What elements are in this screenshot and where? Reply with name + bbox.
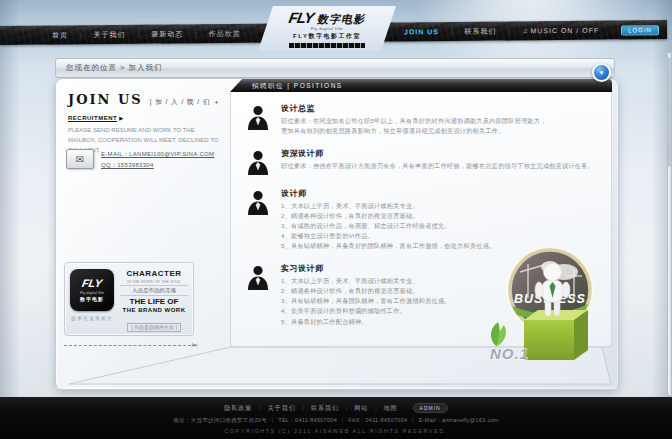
footer-tel: TEL：0411-84507004 bbox=[278, 417, 337, 423]
login-button[interactable]: LOGIN bbox=[621, 25, 659, 35]
position-line: 3、有成熟的设计作品，有画册、标志设计工作经验者优先。 bbox=[281, 221, 495, 231]
nav-right: JOIN US | 联系我们 | ♫MUSIC ON / OFF LOGIN bbox=[392, 20, 659, 41]
scrollbar-thumb[interactable] bbox=[668, 57, 671, 167]
person-icon bbox=[245, 263, 271, 326]
footer-separator: | bbox=[375, 405, 376, 411]
fly-mark: FLY bbox=[81, 278, 103, 289]
position-senior-designer: 资深设计师 职位要求：自信在平面设计方面游刃有余，具有丰富的工作经验，能够在总监… bbox=[245, 148, 601, 176]
footer-separator: | bbox=[346, 405, 347, 411]
footer-address: 地址：大连市沙河口区西安工街20号 bbox=[173, 417, 267, 423]
breadcrumb-bar: 您现在的位置 > 加入我们 bbox=[55, 58, 615, 78]
logo-subtitle: Fly digital film bbox=[311, 26, 343, 31]
footer-link-privacy[interactable]: 隐私政策 bbox=[224, 404, 252, 413]
position-line: 4、负责平面设计的资料整编的辅助性工作。 bbox=[281, 306, 451, 316]
footer-separator: | bbox=[412, 417, 414, 423]
card-line1: CHARACTER bbox=[120, 269, 188, 279]
nav-item-contact[interactable]: 联系我们 bbox=[453, 26, 509, 36]
logo-studio-line: FLY数字电影工作室 bbox=[293, 32, 361, 41]
footer-separator: | bbox=[259, 405, 260, 411]
person-icon bbox=[245, 148, 271, 176]
join-us-heading: JOIN US bbox=[68, 92, 143, 107]
position-line: 1、大本以上学历，美术、平面设计或相关专业。 bbox=[281, 201, 495, 211]
position-title: 实习设计师 bbox=[281, 263, 451, 274]
nav-item-home[interactable]: 首页 bbox=[40, 30, 80, 40]
position-line: 2、精通各种设计软件，有良好的视觉语言基础。 bbox=[281, 211, 495, 221]
positions-list: 设计总监 职位要求：在同业知名公司任职5年以上，具有良好的对外沟通协调能力及内部… bbox=[230, 92, 612, 347]
position-line: 1、大本以上学历，美术、平面设计或相关专业。 bbox=[281, 276, 451, 286]
footer-link-map[interactable]: 地图 bbox=[384, 404, 398, 413]
footer: 隐私政策 | 关于我们 | 联系我们 | 网站 | 地图 ADMIN 地址：大连… bbox=[0, 397, 672, 439]
admin-button[interactable]: ADMIN bbox=[413, 403, 448, 413]
contact-block: ✉ E-MAIL：LANMEI100@VIP.SINA.COM QQ：15539… bbox=[66, 149, 214, 171]
nav-left: 首页 | 关于我们 | 最新动态 | 作品欣赏 bbox=[40, 24, 253, 45]
fly-sub: Fly digital film bbox=[80, 290, 104, 295]
footer-link-contact[interactable]: 联系我们 bbox=[311, 404, 339, 413]
logo-fly-mark: FLY bbox=[288, 10, 315, 25]
nav-item-works[interactable]: 作品欣赏 bbox=[197, 28, 253, 38]
footer-links: 隐私政策 | 关于我们 | 联系我们 | 网站 | 地图 ADMIN bbox=[0, 403, 672, 413]
nav-item-news[interactable]: 最新动态 bbox=[139, 29, 195, 39]
scroll-down-button[interactable]: ▼ bbox=[592, 63, 611, 82]
page: 首页 | 关于我们 | 最新动态 | 作品欣赏 JOIN US | 联系我们 |… bbox=[0, 0, 672, 439]
card-caption: 故事在这里发生 bbox=[71, 315, 113, 321]
position-intern-designer: 实习设计师 1、大本以上学历，美术、平面设计或相关专业。 2、精通各种设计软件，… bbox=[245, 263, 601, 326]
footer-email[interactable]: E-Mail：aishanefly@163.com bbox=[419, 417, 499, 423]
person-icon bbox=[245, 103, 271, 136]
scrollbar[interactable] bbox=[667, 52, 672, 396]
positions-tab-label: 招聘职位 | POSITIONS bbox=[230, 79, 612, 92]
position-title: 设计师 bbox=[281, 188, 495, 199]
position-line: 4、能够独立设计整套的VI作品。 bbox=[281, 231, 495, 241]
breadcrumb: 您现在的位置 > 加入我们 bbox=[56, 59, 614, 77]
logo-decor-strip bbox=[289, 43, 365, 48]
footer-link-about[interactable]: 关于我们 bbox=[268, 404, 296, 413]
position-line: 2、精通各种设计软件，有良好的视觉语言基础。 bbox=[281, 286, 451, 296]
footer-link-site[interactable]: 网站 bbox=[354, 404, 368, 413]
email-link[interactable]: E-MAIL：LANMEI100@VIP.SINA.COM bbox=[101, 149, 214, 160]
card-line6: [ 作品是品牌的生命 ] bbox=[127, 323, 181, 331]
fly-cn: 数字电影 bbox=[80, 296, 104, 302]
card-line2: IS THE WORK OF THE SOUL bbox=[120, 279, 188, 284]
dashed-cut-line: ✂ bbox=[64, 345, 196, 346]
nav-item-music-toggle[interactable]: ♫MUSIC ON / OFF bbox=[510, 27, 611, 35]
nav-item-about[interactable]: 关于我们 bbox=[82, 29, 138, 39]
site-logo[interactable]: FLY 数字电影 Fly digital film FLY数字电影工作室 bbox=[258, 6, 396, 51]
chevron-down-icon: ▼ bbox=[599, 70, 605, 76]
position-designer: 设计师 1、大本以上学历，美术、平面设计或相关专业。 2、精通各种设计软件，有良… bbox=[245, 188, 601, 251]
position-title: 资深设计师 bbox=[281, 148, 594, 159]
character-card: FLY Fly digital film 数字电影 故事在这里发生 CHARAC… bbox=[64, 262, 194, 336]
position-line: 职位要求：自信在平面设计方面游刃有余，具有丰富的工作经验，能够在总监的指导下独立… bbox=[281, 161, 594, 171]
position-line: 职位要求：在同业知名公司任职5年以上，具有良好的对外沟通协调能力及内部团队管理能… bbox=[281, 116, 547, 126]
person-icon bbox=[245, 188, 271, 251]
position-design-director: 设计总监 职位要求：在同业知名公司任职5年以上，具有良好的对外沟通协调能力及内部… bbox=[245, 103, 601, 136]
join-us-heading-cn: | 加 / 入 / 我 / 们 ＋ bbox=[150, 98, 221, 107]
fly-logo-badge: FLY Fly digital film 数字电影 bbox=[70, 269, 114, 311]
footer-copyright: COPYRIGHTS (C) 2011 AISAWEB ALL RIGHTS R… bbox=[0, 428, 672, 434]
logo-row: FLY 数字电影 bbox=[289, 10, 365, 25]
recruitment-link[interactable]: RECRUITMENT▶ bbox=[68, 115, 123, 121]
scissors-icon: ✂ bbox=[191, 341, 198, 350]
card-line5: THE BRAND WORK bbox=[120, 307, 188, 315]
position-line: 5、具有钻研精神，具备良好的团队精神，富有工作激情，创造力和责任感。 bbox=[281, 241, 495, 251]
envelope-icon: ✉ bbox=[66, 149, 94, 169]
qq-link[interactable]: QQ：1553983304 bbox=[101, 160, 214, 171]
logo-title: 数字电影 bbox=[317, 14, 365, 25]
card-line4: THE LIFE OF bbox=[120, 297, 188, 307]
position-line: 更加具有独到的创意思路及影响力，独立带领项目组完成创意设计的相关工作。 bbox=[281, 126, 547, 136]
positions-tab[interactable]: 招聘职位 | POSITIONS bbox=[230, 79, 612, 92]
position-title: 设计总监 bbox=[281, 103, 547, 114]
footer-separator: | bbox=[303, 405, 304, 411]
footer-separator: | bbox=[272, 417, 274, 423]
footer-fax: FAX：0411-84507004 bbox=[348, 417, 407, 423]
sidebar-title: JOIN US | 加 / 入 / 我 / 们 ＋ bbox=[68, 92, 221, 107]
card-line3: 人品是作品的灵魂 bbox=[120, 285, 188, 296]
music-icon: ♫ bbox=[522, 27, 528, 34]
position-line: 5、具备良好的工作配合精神。 bbox=[281, 317, 451, 327]
nav-item-join-us[interactable]: JOIN US bbox=[392, 28, 451, 36]
arrow-right-icon: ▶ bbox=[119, 115, 123, 121]
footer-info: 地址：大连市沙河口区西安工街20号 | TEL：0411-84507004 | … bbox=[0, 417, 672, 424]
footer-separator: | bbox=[342, 417, 344, 423]
position-line: 3、具有钻研精神，具备团队精神，富有工作激情和责任感。 bbox=[281, 296, 451, 306]
